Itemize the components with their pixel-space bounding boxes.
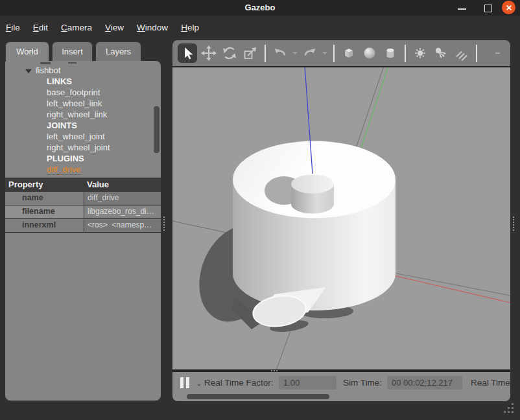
lidar-top[interactable]: [291, 175, 334, 194]
rtf-label: Real Time Factor:: [204, 372, 274, 393]
sphere-icon: [361, 45, 378, 62]
table-row[interactable]: filename libgazebo_ros_di…: [5, 205, 161, 219]
redo-button[interactable]: [301, 44, 319, 62]
scale-tool-button[interactable]: [241, 44, 259, 62]
tree-section-links[interactable]: LINKS: [5, 76, 161, 87]
translate-tool-button[interactable]: [200, 44, 218, 62]
tree-item-right-wheel-link[interactable]: right_wheel_link: [5, 109, 161, 120]
world-panel: fishbot LINKS base_footprint left_wheel_…: [5, 61, 161, 401]
menu-edit[interactable]: Edit: [31, 21, 50, 34]
scale-icon: [242, 45, 259, 62]
sun-icon: [412, 45, 429, 62]
table-row[interactable]: name diff_drive: [5, 192, 161, 205]
spotlight-icon: [432, 45, 449, 62]
box-icon: [340, 45, 357, 62]
window-title: Gazebo: [0, 0, 520, 16]
menu-help[interactable]: Help: [179, 21, 201, 34]
render-canvas[interactable]: [172, 67, 510, 369]
tree-item-diff-drive[interactable]: diff_drive: [5, 164, 161, 175]
cylinder-icon: [382, 45, 399, 62]
rotate-arrows-icon: [221, 45, 238, 62]
insert-box-button[interactable]: [340, 44, 358, 62]
insert-cylinder-button[interactable]: [381, 44, 399, 62]
property-table-header: Property Value: [5, 178, 161, 192]
tree-scrollbar[interactable]: [154, 106, 160, 153]
toolbar-overflow-icon[interactable]: [495, 52, 500, 54]
world-tree: fishbot LINKS base_footprint left_wheel_…: [5, 65, 161, 175]
menu-view[interactable]: View: [103, 21, 126, 34]
pause-button[interactable]: [180, 377, 191, 388]
tree-item-fishbot[interactable]: fishbot: [5, 65, 161, 76]
gazebo-window: { "window": {"title": "Gazebo"}, "menu":…: [0, 0, 520, 420]
tab-world[interactable]: World: [5, 41, 49, 62]
step-dropdown-icon[interactable]: [197, 384, 201, 386]
time-panel-scrollbar[interactable]: [172, 393, 510, 401]
property-table: Property Value name diff_drive filename …: [5, 178, 161, 233]
panel-splitter-handle[interactable]: [163, 216, 165, 232]
toolbar-separator: [476, 45, 477, 62]
menu-file[interactable]: File: [4, 21, 22, 34]
undo-arrow-icon: [272, 45, 289, 62]
tree-item-left-wheel-link[interactable]: left_wheel_link: [5, 98, 161, 109]
column-value: Value: [84, 178, 161, 192]
sim-time-label: Sim Time:: [343, 372, 382, 393]
render-scene: [172, 67, 510, 369]
real-time-label: Real Time:: [471, 372, 510, 393]
tab-insert[interactable]: Insert: [52, 41, 93, 61]
tree-section-plugins[interactable]: PLUGINS: [5, 153, 161, 164]
maximize-icon[interactable]: [484, 5, 492, 12]
clipped-tree-row: [40, 62, 51, 64]
menu-camera[interactable]: Camera: [59, 21, 94, 34]
undo-button[interactable]: [271, 44, 289, 62]
directional-light-button[interactable]: [453, 44, 471, 62]
spot-light-button[interactable]: [432, 44, 450, 62]
point-light-button[interactable]: [411, 44, 429, 62]
column-property: Property: [5, 178, 84, 192]
expand-arrow-icon[interactable]: [25, 69, 32, 73]
close-icon[interactable]: [502, 1, 515, 14]
resize-grip-icon[interactable]: [501, 402, 515, 415]
tree-section-joints[interactable]: JOINTS: [5, 120, 161, 131]
toolbar-separator: [405, 45, 406, 62]
tree-item-left-wheel-joint[interactable]: left_wheel_joint: [5, 131, 161, 142]
select-tool-button[interactable]: [178, 43, 197, 63]
rtf-value-field[interactable]: 1.00: [279, 376, 337, 390]
time-panel: Real Time Factor: 1.00 Sim Time: 00 00:0…: [172, 372, 510, 393]
insert-sphere-button[interactable]: [360, 44, 379, 62]
move-arrows-icon: [200, 45, 217, 62]
cursor-arrow-icon: [179, 45, 196, 62]
menubar: File Edit Camera View Window Help: [0, 16, 520, 39]
redo-dropdown-icon[interactable]: [322, 52, 327, 54]
scrollbar-thumb[interactable]: [187, 394, 329, 399]
toolbar-separator: [265, 45, 266, 62]
view-toolbar: [172, 40, 510, 67]
clipped-tree-row: [68, 62, 77, 64]
undo-dropdown-icon[interactable]: [292, 52, 298, 54]
rotate-tool-button[interactable]: [220, 44, 239, 62]
titlebar[interactable]: Gazebo: [0, 0, 520, 16]
minimize-icon[interactable]: [458, 8, 466, 10]
directional-light-icon: [453, 45, 470, 62]
render-area: Real Time Factor: 1.00 Sim Time: 00 00:0…: [172, 40, 510, 401]
redo-arrow-icon: [301, 45, 318, 62]
toolbar-separator: [333, 45, 335, 62]
tree-item-right-wheel-joint[interactable]: right_wheel_joint: [5, 142, 161, 153]
sim-time-field[interactable]: 00 00:02:12.217: [387, 376, 462, 390]
tree-item-base-footprint[interactable]: base_footprint: [5, 87, 161, 98]
tab-layers[interactable]: Layers: [95, 41, 141, 61]
table-row[interactable]: innerxml <ros> <namesp…: [5, 219, 161, 233]
right-splitter-handle[interactable]: [513, 216, 514, 232]
menu-window[interactable]: Window: [135, 21, 170, 34]
